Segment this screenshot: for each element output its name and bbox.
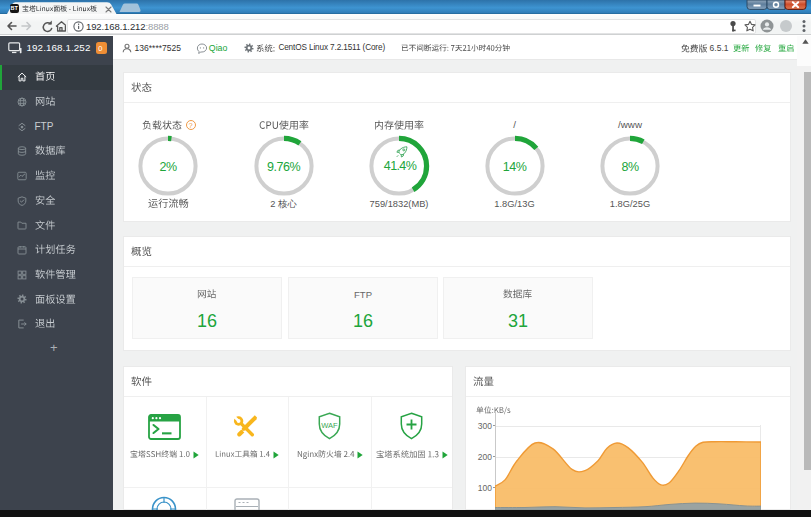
svg-text:WAF: WAF [321,421,338,430]
